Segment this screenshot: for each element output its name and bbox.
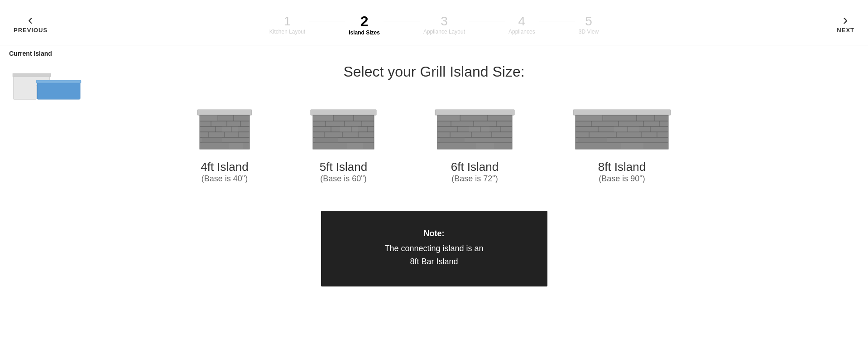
island-5ft-name: 5ft Island: [320, 160, 368, 174]
svg-rect-69: [573, 110, 671, 115]
step-1-number: 1: [284, 15, 291, 28]
prev-button[interactable]: ‹ PREVIOUS: [14, 12, 48, 33]
step-4: 4 Appliances: [508, 15, 535, 35]
svg-rect-45: [315, 137, 338, 143]
main-content: Select your Grill Island Size:: [0, 45, 868, 286]
island-svg-8ft: [571, 107, 673, 153]
svg-rect-25: [311, 110, 376, 115]
island-option-5ft[interactable]: 5ft Island (Base is 60"): [308, 107, 379, 184]
step-progress: 1 Kitchen Layout 2 Island Sizes 3 Applia…: [269, 14, 599, 36]
island-svg-6ft: [433, 107, 517, 153]
step-line-3: [469, 21, 505, 21]
svg-rect-66: [469, 126, 489, 132]
svg-rect-47: [435, 110, 514, 115]
island-8ft-name: 8ft Island: [598, 160, 646, 174]
svg-rect-68: [476, 143, 494, 149]
svg-marker-2: [13, 73, 51, 77]
svg-rect-93: [621, 143, 643, 149]
svg-rect-67: [440, 137, 465, 143]
island-4ft-base: (Base is 40"): [201, 174, 248, 184]
step-line-1: [309, 21, 345, 21]
step-4-label: Appliances: [508, 29, 535, 35]
top-navigation: ‹ PREVIOUS 1 Kitchen Layout 2 Island Siz…: [0, 0, 868, 45]
step-2: 2 Island Sizes: [349, 14, 380, 36]
island-img-8ft: [571, 107, 673, 153]
svg-rect-44: [340, 126, 358, 132]
note-text: The connecting island is an8ft Bar Islan…: [348, 242, 520, 268]
step-1: 1 Kitchen Layout: [269, 15, 305, 35]
current-island-label: Current Island: [9, 50, 52, 57]
prev-label: PREVIOUS: [14, 26, 48, 33]
island-8ft-base: (Base is 90"): [599, 174, 645, 184]
island-img-4ft: [195, 107, 254, 153]
island-option-8ft[interactable]: 8ft Island (Base is 90"): [571, 107, 673, 184]
island-svg-5ft: [308, 107, 379, 153]
island-4ft-name: 4ft Island: [201, 160, 249, 174]
prev-arrow-icon: ‹: [28, 12, 34, 26]
svg-rect-22: [222, 126, 238, 132]
svg-rect-24: [229, 143, 243, 149]
step-line-2: [384, 21, 420, 21]
svg-rect-92: [578, 137, 607, 143]
svg-rect-43: [313, 115, 333, 121]
island-svg-4ft: [195, 107, 254, 153]
island-5ft-base: (Base is 60"): [320, 174, 366, 184]
step-2-label: Island Sizes: [349, 29, 380, 36]
step-5-label: 3D View: [579, 29, 599, 35]
svg-rect-46: [347, 143, 363, 149]
island-img-6ft: [433, 107, 517, 153]
island-option-6ft[interactable]: 6ft Island (Base is 72"): [433, 107, 517, 184]
svg-rect-1: [37, 81, 80, 99]
step-4-number: 4: [518, 15, 526, 28]
svg-rect-91: [614, 126, 639, 132]
svg-rect-3: [36, 80, 81, 83]
step-2-number: 2: [360, 14, 369, 29]
island-options: 4ft Island (Base is 40"): [195, 107, 673, 184]
page-title: Select your Grill Island Size:: [343, 63, 524, 80]
current-island-panel: Current Island: [9, 50, 86, 106]
svg-rect-21: [200, 115, 218, 121]
current-island-preview: [9, 61, 86, 106]
island-img-5ft: [308, 107, 379, 153]
step-5: 5 3D View: [579, 15, 599, 35]
next-arrow-icon: ›: [843, 12, 849, 26]
svg-rect-65: [437, 115, 460, 121]
island-6ft-name: 6ft Island: [451, 160, 499, 174]
svg-rect-23: [202, 137, 222, 143]
step-1-label: Kitchen Layout: [269, 29, 305, 35]
island-6ft-base: (Base is 72"): [451, 174, 498, 184]
step-5-number: 5: [585, 15, 592, 28]
step-3-number: 3: [441, 15, 448, 28]
step-3-label: Appliance Layout: [423, 29, 465, 35]
note-title: Note:: [348, 229, 520, 238]
next-button[interactable]: › NEXT: [837, 12, 854, 33]
next-label: NEXT: [837, 26, 854, 33]
svg-rect-90: [575, 115, 603, 121]
step-line-4: [539, 21, 575, 21]
step-3: 3 Appliance Layout: [423, 15, 465, 35]
note-box: Note: The connecting island is an8ft Bar…: [321, 211, 547, 286]
svg-rect-4: [197, 110, 252, 115]
island-option-4ft[interactable]: 4ft Island (Base is 40"): [195, 107, 254, 184]
